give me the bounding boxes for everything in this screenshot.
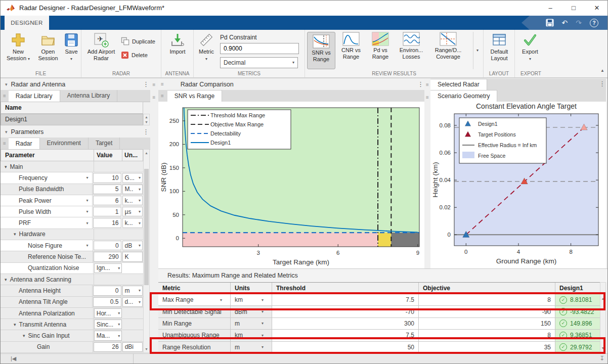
param-table-scrollbar[interactable]: ▲ ▼ <box>143 149 150 353</box>
param-row[interactable]: Pulse Width▾1µs▾ <box>1 206 143 217</box>
threshold-cell[interactable]: 300 <box>272 318 419 329</box>
param-value-cell[interactable] <box>94 161 122 172</box>
dropdown-arrow-icon[interactable]: ▾ <box>86 175 92 180</box>
grab-handle-icon[interactable]: ≡ <box>158 90 166 102</box>
default-layout-button[interactable]: Default Layout <box>485 32 513 62</box>
tab-designer[interactable]: DESIGNER <box>5 16 49 30</box>
results-row[interactable]: Max Range▾km▾7.58✓8.81081 <box>158 294 600 306</box>
param-value-cell[interactable]: Ma...▾ <box>94 331 122 340</box>
dropdown-arrow-icon[interactable]: ▾ <box>139 187 141 192</box>
collapse-icon[interactable]: ▾ <box>5 164 7 169</box>
value-column-header[interactable]: Value <box>94 149 122 161</box>
units-cell[interactable]: m▾ <box>231 318 272 329</box>
grab-handle-icon[interactable]: ≡ <box>158 79 166 90</box>
param-value-cell[interactable]: 26 <box>94 342 121 352</box>
grab-handle-icon[interactable]: ≡ <box>424 82 430 87</box>
results-col-threshold[interactable]: Threshold <box>272 283 419 294</box>
collapse-icon[interactable]: ▾ <box>14 322 16 327</box>
scrollbar-thumb[interactable] <box>144 169 149 285</box>
units-cell[interactable]: dBm▾ <box>231 306 272 317</box>
param-row[interactable]: Peak Power▾6k...▾ <box>1 195 143 206</box>
tab-scenario-geometry[interactable]: Scenario Geometry <box>430 90 497 102</box>
results-row[interactable]: Min Rangem▾300150✓149.896 <box>158 318 600 330</box>
param-value-cell[interactable]: 0.5 <box>93 297 121 307</box>
panel-splitter[interactable]: ≡ ≡ <box>150 79 158 353</box>
name-column-header[interactable]: Name <box>1 102 143 114</box>
param-row[interactable]: ▾Sinc Gain InputMa...▾ <box>1 330 143 341</box>
design-list-item[interactable]: Design1 <box>1 114 143 125</box>
objective-cell[interactable]: 35 <box>419 342 555 353</box>
pd-constraint-input[interactable] <box>220 43 299 54</box>
dropdown-arrow-icon[interactable]: ▾ <box>118 322 120 327</box>
grab-handle-icon[interactable]: ≡ <box>150 95 158 100</box>
duplicate-button[interactable]: Duplicate <box>121 37 155 46</box>
param-row[interactable]: ▾Main <box>1 161 143 172</box>
param-unit-cell[interactable]: k...▾ <box>122 218 143 228</box>
panel-menu-icon[interactable]: ⋮ <box>143 80 149 88</box>
open-session-button[interactable]: Open Session <box>34 32 62 62</box>
param-unit-cell[interactable]: dB▾ <box>122 241 143 250</box>
param-unit-cell[interactable]: K <box>122 252 143 261</box>
param-unit-cell[interactable] <box>122 330 143 341</box>
dropdown-arrow-icon[interactable]: ▾ <box>139 300 141 304</box>
dropdown-arrow-icon[interactable]: ▾ <box>86 209 92 214</box>
maximize-button[interactable]: □ <box>562 1 585 16</box>
threshold-cell[interactable]: 50 <box>272 342 419 353</box>
metric-cell[interactable]: Unambiguous Range <box>158 330 231 341</box>
param-row[interactable]: ▾Transmit AntennaSinc...▾ <box>1 319 143 330</box>
param-value-cell[interactable]: 6 <box>93 196 121 205</box>
tab-environment-params[interactable]: Environment <box>40 138 89 149</box>
units-cell[interactable]: km▾ <box>231 294 272 305</box>
dropdown-arrow-icon[interactable]: ▾ <box>139 209 141 214</box>
spin-down-icon[interactable]: ▼ <box>144 120 149 124</box>
dropdown-arrow-icon[interactable]: ▾ <box>262 345 268 349</box>
panel-menu-icon[interactable]: ⋮ <box>417 80 424 88</box>
param-row[interactable]: Reference Noise Te...290K <box>1 251 143 262</box>
results-col-units[interactable]: Units <box>231 283 272 294</box>
collapse-icon[interactable]: ▾ <box>23 333 25 338</box>
param-unit-cell[interactable] <box>122 229 143 240</box>
param-value-cell[interactable]: 5 <box>93 185 121 194</box>
param-unit-cell[interactable]: m▾ <box>122 286 143 295</box>
objective-cell[interactable]: 8 <box>419 330 555 341</box>
dropdown-arrow-icon[interactable]: ▾ <box>139 198 141 203</box>
param-row[interactable]: Frequency▾10G...▾ <box>1 172 143 184</box>
panel-menu-icon[interactable]: ⋮ <box>599 80 605 87</box>
param-value-cell[interactable]: 10 <box>93 173 121 183</box>
param-value-cell[interactable] <box>94 229 122 240</box>
delete-button[interactable]: Delete <box>121 51 148 59</box>
parameters-panel-header[interactable]: ▾ Parameters ⋮ <box>1 126 150 138</box>
results-row[interactable]: Unambiguous Rangekm▾7.58✓9.36851 <box>158 330 600 341</box>
tab-antenna-library[interactable]: Antenna Library <box>60 90 118 102</box>
unit-column-header[interactable]: Un... <box>122 149 143 161</box>
dropdown-arrow-icon[interactable]: ▾ <box>139 221 141 225</box>
param-value-cell[interactable]: Ign...▾ <box>94 263 122 273</box>
param-row[interactable]: Gain26dBi <box>1 342 143 353</box>
spin-up-icon[interactable]: ▲ <box>144 115 149 119</box>
tab-radar-params[interactable]: Radar <box>9 138 40 149</box>
grab-handle-icon[interactable]: ≡ <box>1 138 9 149</box>
param-value-cell[interactable]: Sinc...▾ <box>94 320 122 329</box>
dropdown-arrow-icon[interactable]: ▾ <box>118 311 120 315</box>
results-scrollbar[interactable]: ▲ ▼ <box>600 282 606 353</box>
grab-handle-icon[interactable]: ≡ <box>150 82 158 87</box>
dropdown-arrow-icon[interactable]: ▾ <box>118 334 120 338</box>
dropdown-arrow-icon[interactable]: ▾ <box>86 198 92 203</box>
param-row[interactable]: ▾Antenna and Scanning <box>1 274 143 285</box>
minimize-button[interactable]: – <box>539 1 562 16</box>
metric-cell[interactable]: Min Detectable Signal <box>158 306 231 317</box>
param-unit-cell[interactable]: d...▾ <box>122 297 143 307</box>
environment-losses-button[interactable]: Environ... Losses <box>396 32 426 60</box>
save-button[interactable]: Save ▾ <box>62 32 80 62</box>
param-value-cell[interactable]: 0 <box>93 286 121 295</box>
results-row[interactable]: Range Resolutionm▾5035✓29.9792 <box>158 342 600 353</box>
review-results-overflow-button[interactable]: ▾ <box>473 32 482 69</box>
results-row[interactable]: Min Detectable SignaldBm▾-70-90✓-93.4822 <box>158 306 600 317</box>
param-row[interactable]: Antenna Tilt Angle0.5d...▾ <box>1 297 143 308</box>
metric-cell[interactable]: Max Range▾ <box>158 294 231 305</box>
dropdown-arrow-icon[interactable]: ▾ <box>262 321 268 326</box>
dropdown-arrow-icon[interactable]: ▾ <box>86 243 93 248</box>
scroll-down-icon[interactable]: ▼ <box>600 346 605 350</box>
grab-handle-icon[interactable]: ≡ <box>1 90 9 102</box>
import-button[interactable]: Import <box>164 32 191 55</box>
